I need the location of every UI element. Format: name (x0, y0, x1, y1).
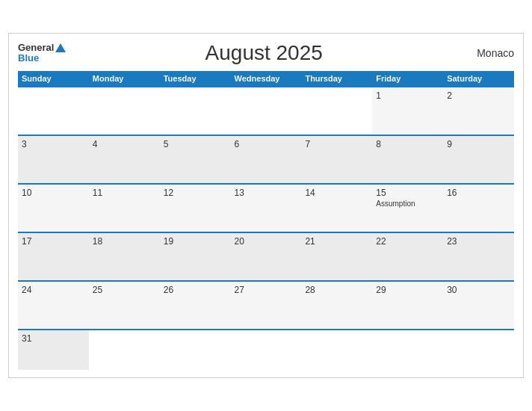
day-cell-1-6: 9 (443, 136, 514, 183)
day-cell-2-3: 13 (231, 185, 302, 232)
day-headers-row: Sunday Monday Tuesday Wednesday Thursday… (18, 71, 514, 86)
day-cell-1-5: 8 (372, 136, 443, 183)
day-cell-2-6: 16 (443, 185, 514, 232)
day-number: 11 (93, 188, 156, 198)
day-event: Assumption (376, 200, 439, 208)
day-header-friday: Friday (372, 71, 443, 86)
day-cell-4-4: 28 (301, 282, 372, 329)
day-number: 18 (93, 236, 156, 247)
day-cell-2-5: 15Assumption (372, 185, 443, 232)
day-header-monday: Monday (89, 71, 160, 86)
day-number: 19 (164, 236, 227, 247)
day-cell-0-6: 2 (443, 87, 514, 135)
day-cell-5-0: 31 (18, 330, 89, 370)
week-row-5: 24252627282930 (18, 280, 514, 329)
day-cell-0-1 (89, 87, 160, 135)
day-cell-3-1: 18 (89, 233, 160, 280)
day-number: 10 (22, 188, 85, 198)
day-cell-3-0: 17 (18, 233, 89, 280)
calendar-weeks: 123456789101112131415Assumption161718192… (18, 86, 514, 370)
day-cell-0-0 (18, 87, 89, 135)
day-cell-1-1: 4 (89, 136, 160, 183)
calendar: General Blue August 2025 Monaco Sunday M… (8, 33, 524, 378)
day-number: 7 (305, 139, 368, 149)
day-cell-4-0: 24 (18, 282, 89, 329)
day-cell-4-3: 27 (231, 282, 302, 329)
day-cell-0-4 (301, 87, 372, 135)
day-cell-4-6: 30 (443, 282, 514, 329)
day-number: 3 (22, 139, 85, 149)
day-cell-1-0: 3 (18, 136, 89, 183)
day-number: 28 (305, 285, 368, 295)
region-label: Monaco (462, 47, 514, 59)
day-number: 16 (447, 188, 510, 198)
day-cell-2-0: 10 (18, 185, 89, 232)
day-number: 13 (235, 188, 298, 198)
day-cell-1-3: 6 (231, 136, 302, 183)
day-cell-0-3 (231, 87, 302, 135)
day-number: 24 (22, 285, 85, 295)
day-cell-4-1: 25 (89, 282, 160, 329)
day-number: 25 (93, 285, 156, 295)
day-number: 20 (235, 236, 298, 247)
day-cell-1-4: 7 (301, 136, 372, 183)
logo: General Blue (18, 43, 66, 64)
day-number: 26 (164, 285, 227, 295)
day-number: 29 (376, 285, 439, 295)
day-number: 12 (164, 188, 227, 198)
day-cell-4-2: 26 (160, 282, 231, 329)
day-cell-5-3 (231, 330, 302, 370)
day-cell-3-5: 22 (372, 233, 443, 280)
calendar-title: August 2025 (66, 41, 462, 65)
week-row-2: 3456789 (18, 135, 514, 183)
day-cell-5-5 (372, 330, 443, 370)
day-number: 14 (305, 188, 368, 198)
day-number: 2 (447, 90, 510, 101)
logo-blue-text: Blue (18, 53, 66, 64)
day-cell-3-2: 19 (160, 233, 231, 280)
day-cell-5-1 (89, 330, 160, 370)
logo-general-text: General (18, 43, 54, 53)
day-cell-3-4: 21 (301, 233, 372, 280)
logo-triangle-icon (55, 43, 66, 52)
week-row-4: 17181920212223 (18, 232, 514, 280)
day-number: 1 (376, 90, 439, 101)
day-cell-2-4: 14 (301, 185, 372, 232)
day-number: 23 (447, 236, 510, 247)
day-number: 30 (447, 285, 510, 295)
day-header-tuesday: Tuesday (160, 71, 231, 86)
day-number: 17 (22, 236, 85, 247)
day-number: 27 (235, 285, 298, 295)
day-number: 5 (164, 139, 227, 149)
day-cell-2-1: 11 (89, 185, 160, 232)
day-cell-0-2 (160, 87, 231, 135)
week-row-6: 31 (18, 329, 514, 370)
calendar-header: General Blue August 2025 Monaco (18, 41, 514, 65)
day-number: 22 (376, 236, 439, 247)
day-header-saturday: Saturday (443, 71, 514, 86)
day-header-wednesday: Wednesday (231, 71, 302, 86)
day-number: 6 (235, 139, 298, 149)
week-row-3: 101112131415Assumption16 (18, 183, 514, 232)
day-cell-5-2 (160, 330, 231, 370)
day-number: 15 (376, 188, 439, 198)
day-cell-1-2: 5 (160, 136, 231, 183)
day-number: 31 (22, 333, 85, 344)
day-cell-2-2: 12 (160, 185, 231, 232)
day-cell-5-4 (301, 330, 372, 370)
day-header-sunday: Sunday (18, 71, 89, 86)
week-row-1: 12 (18, 86, 514, 135)
day-cell-5-6 (443, 330, 514, 370)
day-number: 4 (93, 139, 156, 149)
day-number: 9 (447, 139, 510, 149)
day-cell-4-5: 29 (372, 282, 443, 329)
day-number: 8 (376, 139, 439, 149)
day-cell-3-6: 23 (443, 233, 514, 280)
day-cell-0-5: 1 (372, 87, 443, 135)
day-header-thursday: Thursday (301, 71, 372, 86)
day-number: 21 (305, 236, 368, 247)
day-cell-3-3: 20 (231, 233, 302, 280)
